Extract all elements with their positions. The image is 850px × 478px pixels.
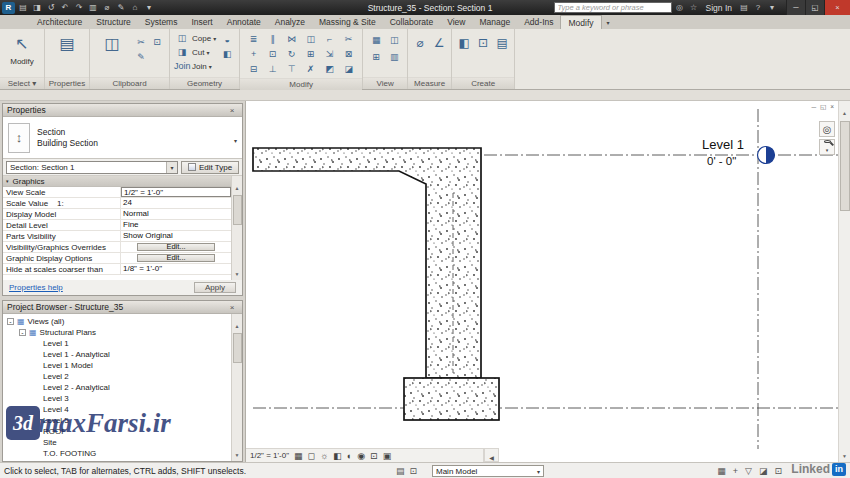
tree-item-views[interactable]: Views (all) bbox=[3, 316, 231, 327]
wall-section[interactable] bbox=[253, 148, 481, 378]
scroll-down-icon[interactable] bbox=[235, 262, 240, 280]
unpin-icon[interactable]: ⊤ bbox=[284, 62, 300, 76]
print-icon[interactable]: ▥ bbox=[87, 0, 99, 15]
close-button[interactable]: × bbox=[824, 0, 850, 15]
instance-selector[interactable]: Section: Section 1 bbox=[6, 161, 178, 174]
press-drag-icon[interactable]: + bbox=[733, 466, 738, 476]
modify-button[interactable]: ↖ Modify bbox=[4, 31, 40, 66]
worksets-icon[interactable]: ▤ bbox=[396, 466, 405, 476]
tile-views-icon[interactable]: ⊞ bbox=[368, 50, 384, 64]
visual-style-icon[interactable]: ◻ bbox=[308, 451, 315, 461]
tree-item[interactable]: ROOF bbox=[3, 426, 231, 437]
undo-icon[interactable]: ↶ bbox=[59, 0, 71, 15]
footing-section[interactable] bbox=[404, 378, 499, 420]
restore-button[interactable]: ◱ bbox=[805, 0, 824, 15]
scroll-up-icon[interactable] bbox=[235, 314, 240, 332]
help-caret-icon[interactable]: ▾ bbox=[766, 0, 778, 15]
qat-customize-icon[interactable]: ▾ bbox=[143, 0, 155, 15]
scroll-up-icon[interactable] bbox=[235, 176, 240, 194]
property-value[interactable]: Fine bbox=[121, 220, 231, 230]
trim-extend-icon[interactable]: ⌐ bbox=[322, 32, 338, 46]
dimension-icon[interactable]: ∠ bbox=[431, 31, 447, 45]
demolish-icon[interactable]: ◧ bbox=[219, 47, 235, 61]
help-icon[interactable]: ? bbox=[752, 0, 764, 15]
select-pinned-icon[interactable]: ◪ bbox=[759, 466, 768, 476]
copy-element-icon[interactable]: ⊡ bbox=[265, 47, 281, 61]
create-assembly-icon[interactable]: ▤ bbox=[494, 31, 510, 45]
measure-icon[interactable]: ⌀ bbox=[101, 0, 113, 15]
type-selector[interactable]: Section Building Section bbox=[3, 117, 242, 159]
move-icon[interactable]: + bbox=[246, 47, 262, 61]
search-input[interactable] bbox=[554, 2, 672, 13]
match-properties-icon[interactable]: ◩ bbox=[322, 62, 338, 76]
ribbon-options-caret-icon[interactable]: ▾ bbox=[607, 19, 610, 29]
filter-icon[interactable]: ▽ bbox=[745, 466, 752, 476]
join-button[interactable]: Join Join Join bbox=[174, 59, 216, 73]
reveal-hidden-icon[interactable]: ▣ bbox=[383, 451, 392, 461]
property-value[interactable]: 1/8" = 1'-0" bbox=[121, 264, 231, 274]
tab-manage[interactable]: Manage bbox=[472, 15, 517, 29]
open-icon[interactable]: ▤ bbox=[17, 0, 29, 15]
sign-in-button[interactable]: Sign In bbox=[706, 3, 732, 13]
view-restore-icon[interactable]: ◱ bbox=[820, 103, 826, 111]
cut-geometry-button[interactable]: ◨ Cut bbox=[174, 45, 216, 59]
scale-button[interactable]: 1/2" = 1'-0" bbox=[250, 451, 289, 460]
select-panel-label[interactable]: Select ▾ bbox=[0, 77, 44, 89]
paint-surface-icon[interactable]: ◪ bbox=[341, 62, 357, 76]
scroll-thumb[interactable] bbox=[233, 195, 242, 225]
tree-item[interactable]: Level 2 - Analytical bbox=[3, 382, 231, 393]
tab-insert[interactable]: Insert bbox=[184, 15, 219, 29]
view-close-icon[interactable]: × bbox=[830, 103, 834, 111]
view-minimize-icon[interactable]: ─ bbox=[811, 103, 816, 111]
tree-item[interactable]: Level 1 bbox=[3, 338, 231, 349]
zoom-button[interactable] bbox=[819, 139, 835, 155]
delete-icon[interactable]: ✗ bbox=[303, 62, 319, 76]
pin-icon[interactable]: ⊥ bbox=[265, 62, 281, 76]
tree-item[interactable]: Site bbox=[3, 437, 231, 448]
close-icon[interactable] bbox=[226, 106, 238, 115]
app-icon[interactable]: R bbox=[2, 2, 15, 14]
minimize-button[interactable]: ─ bbox=[786, 0, 805, 15]
switch-window-icon[interactable]: ▥ bbox=[386, 50, 402, 64]
browser-scrollbar[interactable] bbox=[231, 314, 242, 461]
edit-type-button[interactable]: Edit Type bbox=[181, 161, 239, 174]
close-icon[interactable] bbox=[226, 303, 238, 312]
collapse-icon[interactable] bbox=[19, 329, 26, 336]
scroll-thumb[interactable] bbox=[840, 121, 850, 211]
properties-scrollbar[interactable] bbox=[231, 176, 242, 280]
edit-button[interactable]: Edit... bbox=[137, 254, 215, 262]
create-similar-icon[interactable]: ⊡ bbox=[475, 31, 491, 45]
scroll-down-icon[interactable] bbox=[842, 444, 847, 462]
tab-annotate[interactable]: Annotate bbox=[220, 15, 268, 29]
shadows-icon[interactable]: ◧ bbox=[333, 451, 342, 461]
mirror-pick-icon[interactable]: ⋈ bbox=[284, 32, 300, 46]
tab-add-ins[interactable]: Add-Ins bbox=[517, 15, 560, 29]
graphics-group-header[interactable]: Graphics bbox=[3, 176, 231, 187]
copy-icon[interactable]: ⊡ bbox=[149, 35, 165, 49]
redo-icon[interactable]: ↷ bbox=[73, 0, 85, 15]
type-selector-caret-icon[interactable] bbox=[234, 129, 237, 147]
cope-button[interactable]: ◫ Cope bbox=[174, 31, 216, 45]
tab-structure[interactable]: Structure bbox=[89, 15, 138, 29]
tree-item[interactable]: Level 5 bbox=[3, 415, 231, 426]
visibility-icon[interactable]: ◫ bbox=[386, 33, 402, 47]
tree-item[interactable]: Level 1 Model bbox=[3, 360, 231, 371]
sync-icon[interactable]: ↺ bbox=[45, 0, 57, 15]
view-templates-icon[interactable]: ▦ bbox=[368, 33, 384, 47]
section-view-svg[interactable]: Level 1 0' - 0" bbox=[246, 101, 850, 462]
save-icon[interactable]: ◨ bbox=[31, 0, 43, 15]
tab-modify[interactable]: Modify bbox=[560, 15, 601, 29]
communication-center-icon[interactable]: ◎ bbox=[674, 0, 686, 15]
tag-icon[interactable]: ✎ bbox=[115, 0, 127, 15]
align-icon[interactable]: ≣ bbox=[246, 32, 262, 46]
scroll-down-icon[interactable] bbox=[235, 443, 240, 461]
tree-item-structural-plans[interactable]: Structural Plans bbox=[3, 327, 231, 338]
crop-view-icon[interactable]: ◐ bbox=[347, 451, 352, 461]
tree-item[interactable]: T.O. FOOTING bbox=[3, 448, 231, 459]
collapse-icon[interactable] bbox=[7, 318, 14, 325]
paste-button[interactable]: ◫ bbox=[94, 31, 130, 57]
tree-item[interactable]: Level 3 bbox=[3, 393, 231, 404]
detail-level-icon[interactable]: ▦ bbox=[294, 451, 303, 461]
drawing-area[interactable]: Level 1 0' - 0" ─ ◱ × ◎ 1/2" = 1'-0" ▦ ◻… bbox=[245, 101, 850, 462]
selector-caret-icon[interactable] bbox=[166, 162, 177, 173]
